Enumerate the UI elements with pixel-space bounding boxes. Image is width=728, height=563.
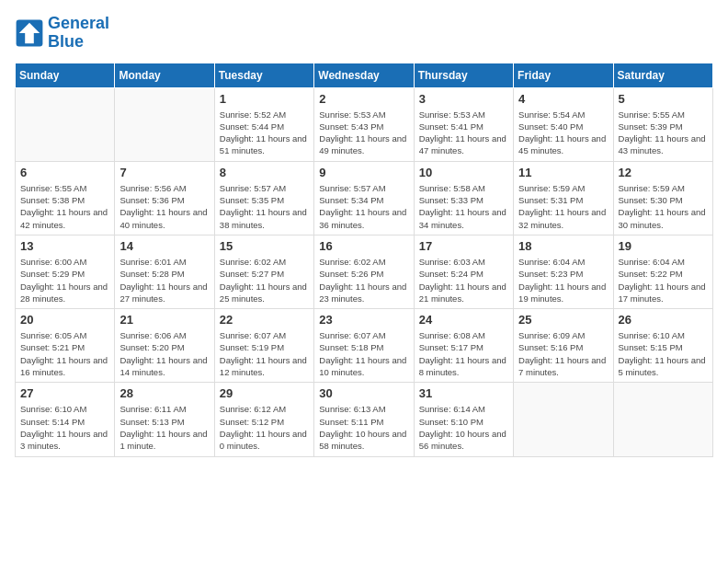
day-cell [16,87,115,161]
day-info: Sunrise: 5:55 AM Sunset: 5:38 PM Dayligh… [20,182,109,231]
day-cell: 21Sunrise: 6:06 AM Sunset: 5:20 PM Dayli… [115,309,214,383]
day-number: 16 [319,239,408,253]
day-cell: 30Sunrise: 6:13 AM Sunset: 5:11 PM Dayli… [314,383,414,456]
weekday-header-wednesday: Wednesday [314,63,414,87]
day-info: Sunrise: 6:00 AM Sunset: 5:29 PM Dayligh… [20,256,109,304]
day-info: Sunrise: 5:56 AM Sunset: 5:36 PM Dayligh… [119,182,209,231]
day-cell: 20Sunrise: 6:05 AM Sunset: 5:21 PM Dayli… [16,309,115,383]
day-number: 10 [419,166,508,179]
day-info: Sunrise: 6:14 AM Sunset: 5:10 PM Dayligh… [419,403,508,452]
day-number: 20 [20,313,109,327]
day-info: Sunrise: 5:57 AM Sunset: 5:35 PM Dayligh… [220,182,309,231]
day-cell: 14Sunrise: 6:01 AM Sunset: 5:28 PM Dayli… [115,235,214,308]
weekday-header-sunday: Sunday [16,63,115,87]
day-info: Sunrise: 6:02 AM Sunset: 5:26 PM Dayligh… [319,256,408,304]
day-cell: 7Sunrise: 5:56 AM Sunset: 5:36 PM Daylig… [115,161,214,235]
day-info: Sunrise: 5:57 AM Sunset: 5:34 PM Dayligh… [319,182,408,231]
day-cell: 9Sunrise: 5:57 AM Sunset: 5:34 PM Daylig… [314,161,414,235]
day-cell: 10Sunrise: 5:58 AM Sunset: 5:33 PM Dayli… [414,161,513,235]
week-row-3: 13Sunrise: 6:00 AM Sunset: 5:29 PM Dayli… [16,235,713,308]
weekday-header-monday: Monday [115,63,214,87]
day-number: 19 [619,239,708,253]
day-info: Sunrise: 6:12 AM Sunset: 5:12 PM Dayligh… [220,403,309,452]
day-number: 5 [619,92,708,106]
weekday-header-friday: Friday [514,63,613,87]
day-cell: 26Sunrise: 6:10 AM Sunset: 5:15 PM Dayli… [613,309,712,383]
weekday-row: SundayMondayTuesdayWednesdayThursdayFrid… [16,63,713,87]
day-number: 22 [220,313,309,327]
day-cell: 5Sunrise: 5:55 AM Sunset: 5:39 PM Daylig… [613,87,712,161]
day-number: 29 [220,386,309,400]
day-info: Sunrise: 5:53 AM Sunset: 5:43 PM Dayligh… [319,109,408,157]
week-row-1: 1Sunrise: 5:52 AM Sunset: 5:44 PM Daylig… [16,87,713,161]
day-info: Sunrise: 6:01 AM Sunset: 5:28 PM Dayligh… [119,256,209,304]
day-info: Sunrise: 6:05 AM Sunset: 5:21 PM Dayligh… [20,329,109,378]
day-info: Sunrise: 5:59 AM Sunset: 5:31 PM Dayligh… [518,182,608,231]
day-info: Sunrise: 6:08 AM Sunset: 5:17 PM Dayligh… [419,329,508,378]
calendar-body: 1Sunrise: 5:52 AM Sunset: 5:44 PM Daylig… [16,87,713,456]
day-number: 23 [319,313,408,327]
day-cell: 4Sunrise: 5:54 AM Sunset: 5:40 PM Daylig… [514,87,613,161]
day-number: 25 [518,313,608,327]
day-cell: 23Sunrise: 6:07 AM Sunset: 5:18 PM Dayli… [314,309,414,383]
day-cell: 6Sunrise: 5:55 AM Sunset: 5:38 PM Daylig… [16,161,115,235]
day-cell [115,87,214,161]
day-info: Sunrise: 6:06 AM Sunset: 5:20 PM Dayligh… [119,329,209,378]
day-info: Sunrise: 6:07 AM Sunset: 5:18 PM Dayligh… [319,329,408,378]
day-number: 21 [119,313,209,327]
day-number: 8 [220,166,309,179]
day-number: 28 [119,386,209,400]
weekday-header-tuesday: Tuesday [214,63,313,87]
week-row-2: 6Sunrise: 5:55 AM Sunset: 5:38 PM Daylig… [16,161,713,235]
day-number: 7 [119,166,209,179]
day-info: Sunrise: 6:02 AM Sunset: 5:27 PM Dayligh… [220,256,309,304]
day-info: Sunrise: 6:13 AM Sunset: 5:11 PM Dayligh… [319,403,408,452]
day-number: 18 [518,239,608,253]
day-cell: 16Sunrise: 6:02 AM Sunset: 5:26 PM Dayli… [314,235,414,308]
day-number: 27 [20,386,109,400]
day-info: Sunrise: 6:07 AM Sunset: 5:19 PM Dayligh… [220,329,309,378]
logo: GeneralBlue [15,15,109,52]
day-number: 24 [419,313,508,327]
day-number: 15 [220,239,309,253]
day-info: Sunrise: 5:55 AM Sunset: 5:39 PM Dayligh… [619,109,708,157]
day-number: 4 [518,92,608,106]
day-number: 3 [419,92,508,106]
day-number: 26 [619,313,708,327]
day-number: 11 [518,166,608,179]
day-info: Sunrise: 6:10 AM Sunset: 5:15 PM Dayligh… [619,329,708,378]
calendar-header: SundayMondayTuesdayWednesdayThursdayFrid… [16,63,713,87]
day-cell: 17Sunrise: 6:03 AM Sunset: 5:24 PM Dayli… [414,235,513,308]
weekday-header-saturday: Saturday [613,63,712,87]
day-info: Sunrise: 6:11 AM Sunset: 5:13 PM Dayligh… [119,403,209,452]
day-info: Sunrise: 6:04 AM Sunset: 5:22 PM Dayligh… [619,256,708,304]
day-info: Sunrise: 5:53 AM Sunset: 5:41 PM Dayligh… [419,109,508,157]
day-cell: 28Sunrise: 6:11 AM Sunset: 5:13 PM Dayli… [115,383,214,456]
day-cell: 31Sunrise: 6:14 AM Sunset: 5:10 PM Dayli… [414,383,513,456]
day-cell: 25Sunrise: 6:09 AM Sunset: 5:16 PM Dayli… [514,309,613,383]
day-cell [613,383,712,456]
day-cell [514,383,613,456]
day-info: Sunrise: 6:03 AM Sunset: 5:24 PM Dayligh… [419,256,508,304]
day-cell: 11Sunrise: 5:59 AM Sunset: 5:31 PM Dayli… [514,161,613,235]
calendar-table: SundayMondayTuesdayWednesdayThursdayFrid… [15,63,713,457]
day-cell: 3Sunrise: 5:53 AM Sunset: 5:41 PM Daylig… [414,87,513,161]
week-row-4: 20Sunrise: 6:05 AM Sunset: 5:21 PM Dayli… [16,309,713,383]
day-info: Sunrise: 5:52 AM Sunset: 5:44 PM Dayligh… [220,109,309,157]
day-cell: 2Sunrise: 5:53 AM Sunset: 5:43 PM Daylig… [314,87,414,161]
day-info: Sunrise: 6:10 AM Sunset: 5:14 PM Dayligh… [20,403,109,452]
day-number: 17 [419,239,508,253]
day-number: 6 [20,166,109,179]
day-cell: 8Sunrise: 5:57 AM Sunset: 5:35 PM Daylig… [214,161,313,235]
day-number: 1 [220,92,309,106]
day-number: 12 [619,166,708,179]
day-info: Sunrise: 6:04 AM Sunset: 5:23 PM Dayligh… [518,256,608,304]
day-cell: 24Sunrise: 6:08 AM Sunset: 5:17 PM Dayli… [414,309,513,383]
day-cell: 15Sunrise: 6:02 AM Sunset: 5:27 PM Dayli… [214,235,313,308]
week-row-5: 27Sunrise: 6:10 AM Sunset: 5:14 PM Dayli… [16,383,713,456]
day-number: 13 [20,239,109,253]
day-cell: 12Sunrise: 5:59 AM Sunset: 5:30 PM Dayli… [613,161,712,235]
day-cell: 1Sunrise: 5:52 AM Sunset: 5:44 PM Daylig… [214,87,313,161]
day-cell: 27Sunrise: 6:10 AM Sunset: 5:14 PM Dayli… [16,383,115,456]
logo-text: GeneralBlue [48,15,109,52]
